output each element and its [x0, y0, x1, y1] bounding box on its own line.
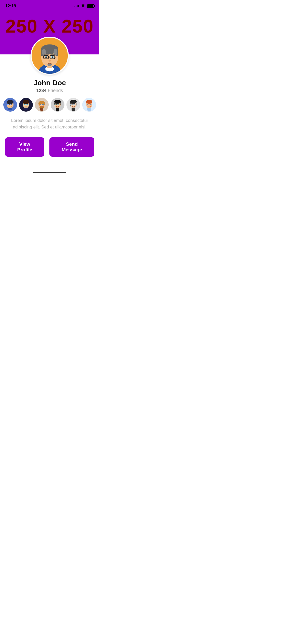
svg-point-59 [70, 100, 77, 104]
svg-point-36 [24, 104, 25, 105]
friend-avatar-4[interactable] [51, 98, 64, 112]
friends-count: 1234 Friends [36, 88, 63, 93]
home-indicator [33, 172, 66, 173]
svg-rect-32 [9, 107, 11, 108]
status-icons [74, 4, 94, 8]
svg-point-55 [57, 104, 59, 105]
svg-point-8 [42, 49, 46, 56]
svg-point-70 [90, 104, 91, 105]
hero-banner-text: 250 X 250 [0, 16, 99, 37]
avatar-image [32, 38, 68, 74]
friend-avatar-5[interactable] [66, 98, 80, 112]
user-name: John Doe [33, 79, 66, 87]
svg-rect-72 [88, 107, 90, 108]
friends-count-number: 1234 [36, 88, 46, 93]
battery-icon [87, 4, 94, 8]
svg-point-64 [73, 104, 75, 105]
send-message-button[interactable]: Send Message [49, 137, 94, 157]
svg-point-9 [53, 49, 57, 56]
svg-point-21 [48, 60, 51, 62]
friend-avatar-2[interactable] [19, 98, 33, 112]
buttons-row: View Profile Send Message [5, 137, 94, 157]
svg-point-44 [40, 104, 41, 105]
svg-point-20 [52, 56, 53, 58]
svg-point-37 [26, 104, 28, 105]
profile-section: John Doe 1234 Friends [0, 54, 99, 157]
svg-point-29 [7, 104, 9, 105]
svg-rect-10 [44, 54, 49, 55]
friend-avatar-3[interactable] [35, 98, 49, 112]
signal-icon [74, 5, 79, 7]
svg-rect-56 [56, 108, 59, 111]
friend-avatar-1[interactable] [3, 98, 17, 112]
friends-label: Friends [48, 88, 63, 93]
svg-point-69 [87, 104, 88, 105]
status-bar: 12:19 [0, 0, 99, 11]
friend-avatar-6[interactable] [82, 98, 96, 112]
svg-point-54 [55, 104, 56, 105]
view-profile-button[interactable]: View Profile [5, 137, 44, 157]
svg-rect-11 [50, 54, 55, 55]
bio-text: Lorem ipsum dolor sit amet, consectetur … [6, 117, 93, 130]
avatar [31, 37, 69, 75]
svg-point-19 [45, 56, 47, 58]
svg-rect-47 [40, 108, 43, 111]
svg-point-50 [54, 100, 61, 104]
svg-rect-38 [24, 108, 28, 110]
svg-point-35 [23, 100, 29, 104]
status-time: 12:19 [5, 4, 16, 9]
friends-row [3, 98, 96, 112]
svg-point-68 [86, 100, 92, 104]
svg-point-30 [10, 104, 11, 105]
svg-point-45 [42, 104, 44, 105]
wifi-icon [80, 4, 86, 8]
svg-rect-65 [72, 108, 75, 111]
svg-point-63 [70, 104, 72, 105]
